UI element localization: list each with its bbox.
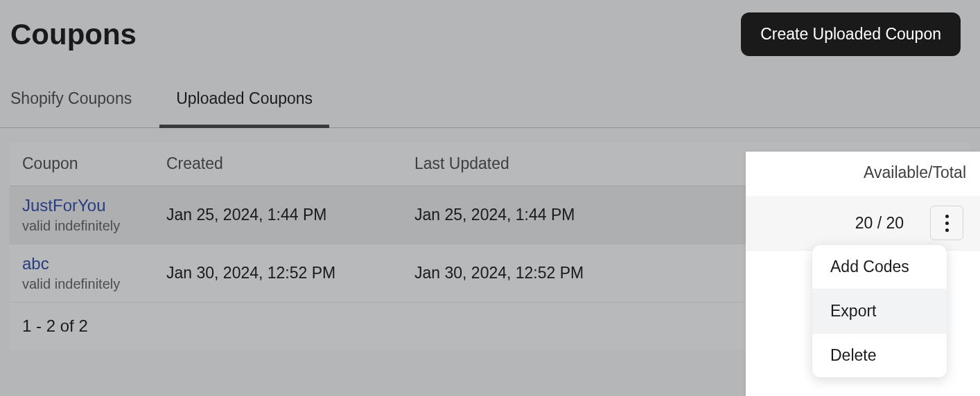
created-cell: Jan 30, 2024, 12:52 PM bbox=[166, 264, 414, 282]
coupon-cell: abc valid indefinitely bbox=[22, 254, 166, 292]
tab-uploaded-coupons[interactable]: Uploaded Coupons bbox=[159, 89, 329, 127]
create-uploaded-coupon-button[interactable]: Create Uploaded Coupon bbox=[741, 12, 961, 56]
coupon-name-link[interactable]: JustForYou bbox=[22, 196, 166, 215]
page-header: Coupons Create Uploaded Coupon bbox=[0, 0, 980, 56]
row-actions-menu: Add Codes Export Delete bbox=[812, 245, 947, 377]
coupon-cell: JustForYou valid indefinitely bbox=[22, 196, 166, 234]
available-row: 20 / 20 bbox=[746, 196, 980, 251]
coupon-validity: valid indefinitely bbox=[22, 218, 166, 234]
created-cell: Jan 25, 2024, 1:44 PM bbox=[166, 206, 414, 224]
kebab-icon bbox=[945, 215, 949, 232]
page-title: Coupons bbox=[10, 18, 137, 51]
menu-item-export[interactable]: Export bbox=[812, 289, 947, 334]
column-created: Created bbox=[166, 154, 414, 173]
column-available-total: Available/Total bbox=[746, 152, 980, 196]
available-total-value: 20 / 20 bbox=[855, 214, 904, 233]
coupon-name-link[interactable]: abc bbox=[22, 254, 166, 273]
menu-item-add-codes[interactable]: Add Codes bbox=[812, 245, 947, 289]
column-coupon: Coupon bbox=[22, 154, 166, 173]
column-last-updated: Last Updated bbox=[414, 154, 778, 173]
coupon-validity: valid indefinitely bbox=[22, 276, 166, 292]
updated-cell: Jan 25, 2024, 1:44 PM bbox=[414, 206, 778, 224]
updated-cell: Jan 30, 2024, 12:52 PM bbox=[414, 264, 778, 282]
row-actions-button[interactable] bbox=[930, 206, 963, 240]
tab-shopify-coupons[interactable]: Shopify Coupons bbox=[10, 89, 159, 127]
tabs-bar: Shopify Coupons Uploaded Coupons bbox=[0, 89, 980, 128]
menu-item-delete[interactable]: Delete bbox=[812, 334, 947, 377]
